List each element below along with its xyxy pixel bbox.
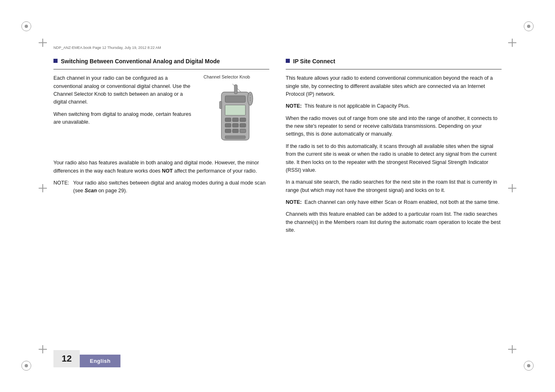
right-note-2-text: Each channel can only have either Scan o… xyxy=(305,199,500,205)
cross-mark-tl xyxy=(39,39,47,47)
right-section-divider xyxy=(286,69,502,69)
section-icon-left xyxy=(53,59,58,63)
right-section-heading: IP Site Connect xyxy=(286,58,502,65)
svg-rect-11 xyxy=(240,124,246,127)
right-para-3: If the radio is set to do this automatic… xyxy=(286,143,502,175)
language-badge: English xyxy=(80,355,120,367)
section-icon-right xyxy=(286,59,290,63)
right-para-2: When the radio moves out of range from o… xyxy=(286,115,502,138)
svg-rect-4 xyxy=(225,96,246,102)
header-strip: NDP_ANZ-EMEA.book Page 12 Thursday, July… xyxy=(53,44,502,51)
right-note-1: NOTE: This feature is not applicable in … xyxy=(286,102,502,110)
radio-image-col: Channel Selector Knob xyxy=(204,74,269,155)
page-footer: 12 English xyxy=(53,350,120,367)
svg-rect-6 xyxy=(225,118,231,122)
page: NDP_ANZ-EMEA.book Page 12 Thursday, July… xyxy=(0,0,555,392)
radio-text-col: Each channel in your radio can be config… xyxy=(53,74,197,155)
left-para-3: Your radio also has features available i… xyxy=(53,159,269,175)
reg-mark-bl xyxy=(21,361,31,371)
reg-mark-br xyxy=(524,361,534,371)
right-para-1: This feature allows your radio to extend… xyxy=(286,74,502,98)
svg-rect-12 xyxy=(225,129,231,133)
right-note-2-label: NOTE: xyxy=(286,199,305,205)
right-note-1-text: This feature is not applicable in Capaci… xyxy=(305,103,410,109)
header-text: NDP_ANZ-EMEA.book Page 12 Thursday, July… xyxy=(53,46,161,50)
svg-rect-20 xyxy=(220,101,222,109)
not-bold: NOT xyxy=(162,168,173,174)
right-para-5: Channels with this feature enabled can b… xyxy=(286,210,502,234)
reg-mark-tl xyxy=(21,21,31,31)
left-section-divider xyxy=(53,69,269,69)
reg-mark-tr xyxy=(524,21,534,31)
cross-mark-bl xyxy=(39,345,47,353)
callout-label: Channel Selector Knob xyxy=(204,74,250,79)
svg-rect-3 xyxy=(234,85,237,94)
page-number: 12 xyxy=(53,350,80,367)
svg-rect-19 xyxy=(225,136,246,138)
cross-mark-br xyxy=(508,345,516,353)
cross-mark-ml xyxy=(39,184,47,192)
right-column: IP Site Connect This feature allows your… xyxy=(286,58,502,343)
svg-rect-8 xyxy=(240,118,246,122)
content-area: Switching Between Conventional Analog an… xyxy=(53,58,502,343)
svg-rect-5 xyxy=(225,105,246,115)
radio-section: Each channel in your radio can be config… xyxy=(53,74,269,155)
cross-mark-mr xyxy=(508,184,516,192)
right-section-title: IP Site Connect xyxy=(293,58,335,65)
cross-mark-tr xyxy=(508,39,516,47)
svg-rect-10 xyxy=(233,124,238,127)
scan-link: Scan xyxy=(85,188,97,194)
right-para-4: In a manual site search, the radio searc… xyxy=(286,178,502,194)
radio-illustration xyxy=(204,81,265,155)
left-para-2: When switching from digital to analog mo… xyxy=(53,111,197,127)
left-para-1: Each channel in your radio can be config… xyxy=(53,74,197,106)
svg-rect-9 xyxy=(225,124,231,127)
svg-rect-13 xyxy=(233,129,238,133)
left-column: Switching Between Conventional Analog an… xyxy=(53,58,269,343)
left-section-title: Switching Between Conventional Analog an… xyxy=(61,58,220,65)
note-prefix: NOTE: xyxy=(53,179,73,187)
svg-rect-14 xyxy=(240,129,246,133)
right-note-1-label: NOTE: xyxy=(286,103,305,109)
left-section-heading: Switching Between Conventional Analog an… xyxy=(53,58,269,65)
svg-rect-7 xyxy=(233,118,238,122)
right-note-2: NOTE: Each channel can only have either … xyxy=(286,198,502,206)
left-note: NOTE: Your radio also switches between d… xyxy=(53,179,269,195)
